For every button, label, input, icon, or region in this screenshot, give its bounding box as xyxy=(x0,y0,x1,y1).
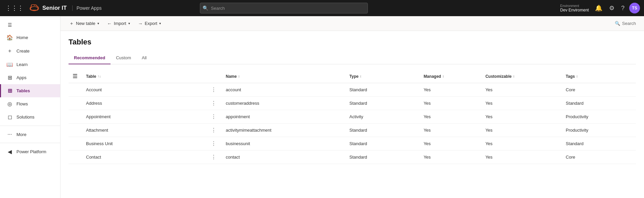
name-sort-icon: ↕ xyxy=(238,74,240,78)
more-icon: ··· xyxy=(6,131,13,137)
sidebar-item-flows[interactable]: ◎ Flows xyxy=(0,97,60,110)
new-table-button[interactable]: ＋ New table ▾ xyxy=(66,19,102,29)
row-managed-4: Yes xyxy=(420,137,481,151)
row-table-1[interactable]: Address xyxy=(82,97,206,110)
sidebar-item-solutions[interactable]: ◻ Solutions xyxy=(0,110,60,124)
table-row[interactable]: Business Unit ⋮ businessunit Standard Ye… xyxy=(69,137,636,151)
menu-toggle-icon: ☰ xyxy=(6,22,13,28)
row-dots-icon-2[interactable]: ⋮ xyxy=(210,113,218,120)
table-row[interactable]: Appointment ⋮ appointment Activity Yes Y… xyxy=(69,110,636,124)
table-body: Account ⋮ account Standard Yes Yes Core … xyxy=(69,83,636,164)
import-label: Import xyxy=(114,21,126,26)
row-menu-3[interactable]: ⋮ xyxy=(206,124,222,137)
table-row[interactable]: Account ⋮ account Standard Yes Yes Core xyxy=(69,83,636,97)
user-avatar-button[interactable]: TS xyxy=(629,3,640,13)
row-tags-0: Core xyxy=(562,83,636,97)
sidebar-item-home[interactable]: 🏠 Home xyxy=(0,31,60,44)
col-name-label: Name xyxy=(226,74,237,79)
col-header-customizable[interactable]: Customizable ↕ xyxy=(481,70,562,83)
row-type-2: Activity xyxy=(345,110,420,124)
sidebar-item-power-platform[interactable]: ◀ Power Platform xyxy=(0,145,60,158)
row-table-5[interactable]: Contact xyxy=(82,151,206,164)
row-check-2 xyxy=(69,110,82,124)
import-icon: ← xyxy=(107,21,112,26)
table-row[interactable]: Attachment ⋮ activitymimeattachment Stan… xyxy=(69,124,636,137)
brand-logo: Senior IT xyxy=(29,4,67,12)
sidebar-divider-2 xyxy=(0,143,60,143)
sidebar-item-create[interactable]: ＋ Create xyxy=(0,44,60,58)
row-menu-0[interactable]: ⋮ xyxy=(206,83,222,97)
tab-recommended[interactable]: Recommended xyxy=(69,52,111,64)
row-check-1 xyxy=(69,97,82,110)
col-header-managed[interactable]: Managed ↕ xyxy=(420,70,481,83)
tab-recommended-label: Recommended xyxy=(74,55,105,60)
row-dots-icon-4[interactable]: ⋮ xyxy=(210,140,218,147)
row-dots-icon-5[interactable]: ⋮ xyxy=(210,154,218,161)
col-header-type[interactable]: Type ↕ xyxy=(345,70,420,83)
brand-name-text: Senior IT xyxy=(42,5,67,11)
row-type-1: Standard xyxy=(345,97,420,110)
export-label: Export xyxy=(145,21,158,26)
row-table-4[interactable]: Business Unit xyxy=(82,137,206,151)
main-layout: ☰ 🏠 Home ＋ Create 📖 Learn ⊞ Apps ⊞ Table… xyxy=(0,16,644,198)
row-dots-icon-3[interactable]: ⋮ xyxy=(210,127,218,134)
sidebar-label-more: More xyxy=(16,132,27,137)
search-icon: 🔍 xyxy=(203,5,208,11)
table-row[interactable]: Contact ⋮ contact Standard Yes Yes Core xyxy=(69,151,636,164)
col-header-table[interactable]: Table ↑↓ xyxy=(82,70,206,83)
grid-icon[interactable]: ⋮⋮⋮ xyxy=(4,3,25,13)
global-search: 🔍 xyxy=(200,3,368,13)
row-menu-4[interactable]: ⋮ xyxy=(206,137,222,151)
table-row[interactable]: Address ⋮ customeraddress Standard Yes Y… xyxy=(69,97,636,110)
sidebar-label-home: Home xyxy=(16,35,28,40)
sidebar-label-create: Create xyxy=(16,48,30,54)
solutions-icon: ◻ xyxy=(6,114,13,120)
col-header-tags[interactable]: Tags ↕ xyxy=(562,70,636,83)
toolbar-search[interactable]: 🔍 Search xyxy=(612,20,639,27)
table-header: ☰ Table ↑↓ Name ↕ xyxy=(69,70,636,83)
tab-custom[interactable]: Custom xyxy=(111,52,136,64)
sidebar-item-apps[interactable]: ⊞ Apps xyxy=(0,71,60,84)
sidebar-item-more[interactable]: ··· More xyxy=(0,128,60,141)
row-check-3 xyxy=(69,124,82,137)
page-title: Tables xyxy=(69,38,636,46)
row-managed-1: Yes xyxy=(420,97,481,110)
learn-icon: 📖 xyxy=(6,61,13,68)
sidebar-item-learn[interactable]: 📖 Learn xyxy=(0,58,60,71)
row-name-2: appointment xyxy=(222,110,345,124)
row-customizable-4: Yes xyxy=(481,137,562,151)
row-managed-3: Yes xyxy=(420,124,481,137)
tab-all[interactable]: All xyxy=(136,52,152,64)
create-icon: ＋ xyxy=(6,47,13,55)
row-table-2[interactable]: Appointment xyxy=(82,110,206,124)
export-icon: → xyxy=(138,21,143,26)
sidebar-item-tables[interactable]: ⊞ Tables xyxy=(0,84,60,97)
row-menu-5[interactable]: ⋮ xyxy=(206,151,222,164)
row-managed-0: Yes xyxy=(420,83,481,97)
col-header-name[interactable]: Name ↕ xyxy=(222,70,345,83)
tab-all-label: All xyxy=(142,55,146,60)
row-customizable-5: Yes xyxy=(481,151,562,164)
row-type-5: Standard xyxy=(345,151,420,164)
export-button[interactable]: → Export ▾ xyxy=(135,19,165,28)
export-chevron-icon: ▾ xyxy=(159,22,161,25)
global-search-input[interactable] xyxy=(200,3,368,13)
row-table-3[interactable]: Attachment xyxy=(82,124,206,137)
sidebar-label-power-platform: Power Platform xyxy=(16,149,46,154)
help-button[interactable]: ? xyxy=(619,3,627,13)
sidebar: ☰ 🏠 Home ＋ Create 📖 Learn ⊞ Apps ⊞ Table… xyxy=(0,16,60,198)
sidebar-menu-toggle[interactable]: ☰ xyxy=(0,19,60,31)
settings-button[interactable]: ⚙ xyxy=(607,3,616,13)
notifications-button[interactable]: 🔔 xyxy=(593,3,604,13)
row-menu-2[interactable]: ⋮ xyxy=(206,110,222,124)
sidebar-label-learn: Learn xyxy=(16,62,28,67)
list-view-icon[interactable]: ☰ xyxy=(73,73,77,79)
row-dots-icon-0[interactable]: ⋮ xyxy=(210,86,218,93)
environment-name: Dev Enviroment xyxy=(560,8,589,12)
row-dots-icon-1[interactable]: ⋮ xyxy=(210,100,218,107)
row-menu-1[interactable]: ⋮ xyxy=(206,97,222,110)
row-managed-5: Yes xyxy=(420,151,481,164)
customizable-sort-icon: ↕ xyxy=(513,74,515,78)
import-button[interactable]: ← Import ▾ xyxy=(104,19,133,28)
row-table-0[interactable]: Account xyxy=(82,83,206,97)
